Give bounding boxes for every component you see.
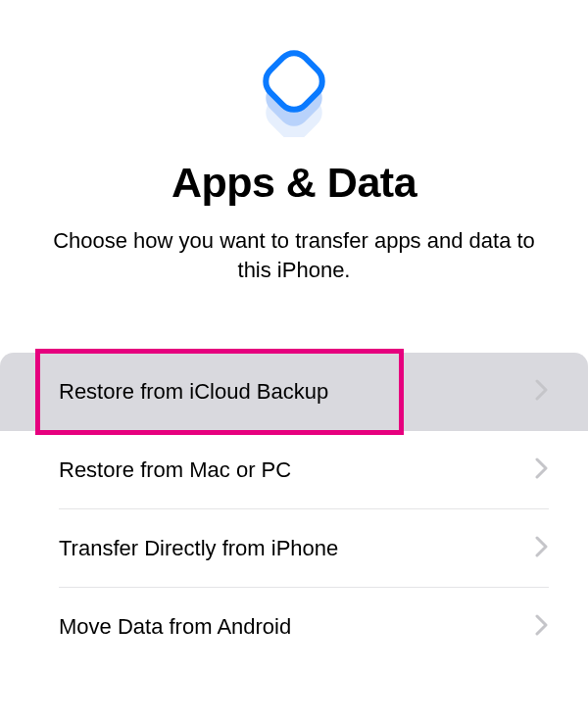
option-label: Restore from iCloud Backup <box>59 379 328 405</box>
option-label: Move Data from Android <box>59 614 291 640</box>
option-label: Transfer Directly from iPhone <box>59 536 338 561</box>
options-list: Restore from iCloud Backup Restore from … <box>0 353 588 666</box>
chevron-right-icon <box>535 614 549 640</box>
chevron-right-icon <box>535 536 549 561</box>
option-restore-icloud[interactable]: Restore from iCloud Backup <box>0 353 588 431</box>
option-restore-mac-pc[interactable]: Restore from Mac or PC <box>0 431 588 509</box>
apps-data-screen: Apps & Data Choose how you want to trans… <box>0 0 588 721</box>
option-transfer-iphone[interactable]: Transfer Directly from iPhone <box>0 509 588 588</box>
chevron-right-icon <box>535 457 549 483</box>
option-label: Restore from Mac or PC <box>59 457 291 483</box>
page-subtitle: Choose how you want to transfer apps and… <box>39 226 549 284</box>
chevron-right-icon <box>535 379 549 405</box>
apps-data-stack-icon <box>240 29 348 137</box>
page-title: Apps & Data <box>172 159 416 207</box>
option-move-android[interactable]: Move Data from Android <box>0 588 588 666</box>
